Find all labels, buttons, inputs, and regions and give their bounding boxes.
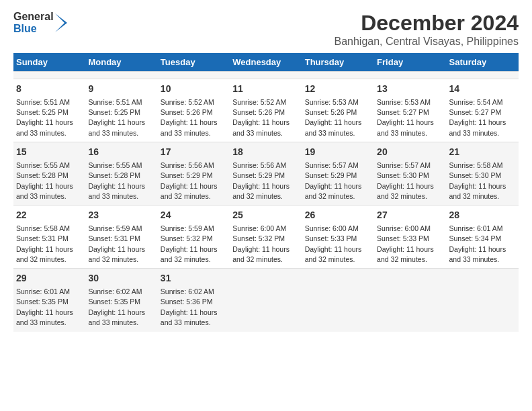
sunrise-info: Sunrise: 6:00 AMSunset: 5:33 PMDaylight:… xyxy=(305,224,362,263)
calendar-cell: 31Sunrise: 6:02 AMSunset: 5:36 PMDayligh… xyxy=(158,269,230,332)
sunrise-info: Sunrise: 5:59 AMSunset: 5:32 PMDaylight:… xyxy=(161,224,218,263)
calendar-cell: 12Sunrise: 5:53 AMSunset: 5:26 PMDayligh… xyxy=(302,79,374,142)
header-friday: Friday xyxy=(374,53,446,72)
calendar-cell: 26Sunrise: 6:00 AMSunset: 5:33 PMDayligh… xyxy=(302,205,374,269)
calendar-body: 8Sunrise: 5:51 AMSunset: 5:25 PMDaylight… xyxy=(13,72,519,332)
calendar-cell: 19Sunrise: 5:57 AMSunset: 5:29 PMDayligh… xyxy=(302,142,374,205)
day-number: 12 xyxy=(305,83,371,96)
sunrise-info: Sunrise: 6:00 AMSunset: 5:32 PMDaylight:… xyxy=(232,224,290,263)
header-monday: Monday xyxy=(85,53,157,72)
calendar-cell: 27Sunrise: 6:00 AMSunset: 5:33 PMDayligh… xyxy=(374,205,446,269)
sunrise-info: Sunrise: 6:01 AMSunset: 5:35 PMDaylight:… xyxy=(16,287,73,326)
calendar-cell xyxy=(230,72,302,79)
calendar-cell: 24Sunrise: 5:59 AMSunset: 5:32 PMDayligh… xyxy=(158,205,230,269)
calendar-cell xyxy=(158,72,230,79)
calendar-cell: 11Sunrise: 5:52 AMSunset: 5:26 PMDayligh… xyxy=(230,79,302,142)
calendar-header: SundayMondayTuesdayWednesdayThursdayFrid… xyxy=(13,53,519,72)
calendar-cell: 18Sunrise: 5:56 AMSunset: 5:29 PMDayligh… xyxy=(230,142,302,205)
calendar-cell xyxy=(13,72,85,79)
header-tuesday: Tuesday xyxy=(158,53,230,72)
calendar-cell: 15Sunrise: 5:55 AMSunset: 5:28 PMDayligh… xyxy=(13,142,85,205)
calendar-cell: 9Sunrise: 5:51 AMSunset: 5:25 PMDaylight… xyxy=(85,79,157,142)
sunrise-info: Sunrise: 5:57 AMSunset: 5:30 PMDaylight:… xyxy=(377,161,434,200)
calendar-week-4: 22Sunrise: 5:58 AMSunset: 5:31 PMDayligh… xyxy=(13,205,519,269)
calendar-week-1 xyxy=(13,72,519,79)
header-wednesday: Wednesday xyxy=(230,53,302,72)
day-number: 31 xyxy=(161,272,227,285)
day-number: 9 xyxy=(88,83,154,96)
day-number: 22 xyxy=(16,209,83,222)
day-number: 28 xyxy=(449,209,516,222)
day-number: 26 xyxy=(305,209,371,222)
sunrise-info: Sunrise: 5:51 AMSunset: 5:25 PMDaylight:… xyxy=(88,98,145,137)
day-number: 30 xyxy=(88,272,154,285)
calendar-cell: 23Sunrise: 5:59 AMSunset: 5:31 PMDayligh… xyxy=(85,205,157,269)
header-saturday: Saturday xyxy=(447,53,519,72)
sunrise-info: Sunrise: 5:53 AMSunset: 5:26 PMDaylight:… xyxy=(305,98,362,137)
calendar-cell xyxy=(447,269,519,332)
calendar-cell xyxy=(374,269,446,332)
day-number: 27 xyxy=(377,209,443,222)
sunrise-info: Sunrise: 5:53 AMSunset: 5:27 PMDaylight:… xyxy=(377,98,434,137)
calendar-cell: 21Sunrise: 5:58 AMSunset: 5:30 PMDayligh… xyxy=(447,142,519,205)
calendar-cell: 17Sunrise: 5:56 AMSunset: 5:29 PMDayligh… xyxy=(158,142,230,205)
calendar-cell: 8Sunrise: 5:51 AMSunset: 5:25 PMDaylight… xyxy=(13,79,85,142)
day-number: 17 xyxy=(161,146,227,159)
calendar-cell: 30Sunrise: 6:02 AMSunset: 5:35 PMDayligh… xyxy=(85,269,157,332)
calendar-week-3: 15Sunrise: 5:55 AMSunset: 5:28 PMDayligh… xyxy=(13,142,519,205)
sunrise-info: Sunrise: 5:58 AMSunset: 5:31 PMDaylight:… xyxy=(16,224,73,263)
sunrise-info: Sunrise: 5:56 AMSunset: 5:29 PMDaylight:… xyxy=(161,161,218,200)
calendar-cell: 25Sunrise: 6:00 AMSunset: 5:32 PMDayligh… xyxy=(230,205,302,269)
page-header: General Blue December 2024 Banhigan, Cen… xyxy=(13,11,519,48)
day-number: 19 xyxy=(305,146,371,159)
calendar-cell xyxy=(85,72,157,79)
calendar-cell xyxy=(230,269,302,332)
logo-arrow-icon xyxy=(55,13,70,32)
sunrise-info: Sunrise: 5:57 AMSunset: 5:29 PMDaylight:… xyxy=(305,161,362,200)
day-number: 20 xyxy=(377,146,443,159)
header-sunday: Sunday xyxy=(13,53,85,72)
day-number: 8 xyxy=(16,83,83,96)
sunrise-info: Sunrise: 5:52 AMSunset: 5:26 PMDaylight:… xyxy=(161,98,218,137)
calendar-cell: 20Sunrise: 5:57 AMSunset: 5:30 PMDayligh… xyxy=(374,142,446,205)
day-number: 14 xyxy=(449,83,516,96)
month-title: December 2024 xyxy=(334,11,519,36)
day-number: 23 xyxy=(88,209,154,222)
day-number: 18 xyxy=(232,146,299,159)
sunrise-info: Sunrise: 6:02 AMSunset: 5:36 PMDaylight:… xyxy=(161,287,218,326)
day-number: 16 xyxy=(88,146,154,159)
sunrise-info: Sunrise: 6:01 AMSunset: 5:34 PMDaylight:… xyxy=(449,224,506,263)
sunrise-info: Sunrise: 5:55 AMSunset: 5:28 PMDaylight:… xyxy=(16,161,73,200)
calendar-cell: 14Sunrise: 5:54 AMSunset: 5:27 PMDayligh… xyxy=(447,79,519,142)
day-number: 29 xyxy=(16,272,83,285)
day-number: 15 xyxy=(16,146,83,159)
calendar-week-5: 29Sunrise: 6:01 AMSunset: 5:35 PMDayligh… xyxy=(13,269,519,332)
sunrise-info: Sunrise: 5:58 AMSunset: 5:30 PMDaylight:… xyxy=(449,161,506,200)
sunrise-info: Sunrise: 6:02 AMSunset: 5:35 PMDaylight:… xyxy=(88,287,145,326)
calendar-cell: 29Sunrise: 6:01 AMSunset: 5:35 PMDayligh… xyxy=(13,269,85,332)
sunrise-info: Sunrise: 5:52 AMSunset: 5:26 PMDaylight:… xyxy=(232,98,290,137)
location-title: Banhigan, Central Visayas, Philippines xyxy=(334,36,519,48)
logo: General Blue xyxy=(13,11,70,34)
calendar-cell: 13Sunrise: 5:53 AMSunset: 5:27 PMDayligh… xyxy=(374,79,446,142)
sunrise-info: Sunrise: 5:59 AMSunset: 5:31 PMDaylight:… xyxy=(88,224,145,263)
sunrise-info: Sunrise: 5:51 AMSunset: 5:25 PMDaylight:… xyxy=(16,98,73,137)
calendar-cell xyxy=(302,269,374,332)
sunrise-info: Sunrise: 6:00 AMSunset: 5:33 PMDaylight:… xyxy=(377,224,434,263)
calendar-cell: 16Sunrise: 5:55 AMSunset: 5:28 PMDayligh… xyxy=(85,142,157,205)
calendar-cell: 22Sunrise: 5:58 AMSunset: 5:31 PMDayligh… xyxy=(13,205,85,269)
calendar-cell xyxy=(447,72,519,79)
day-number: 11 xyxy=(232,83,299,96)
svg-marker-0 xyxy=(55,13,67,32)
day-number: 13 xyxy=(377,83,443,96)
sunrise-info: Sunrise: 5:55 AMSunset: 5:28 PMDaylight:… xyxy=(88,161,145,200)
sunrise-info: Sunrise: 5:56 AMSunset: 5:29 PMDaylight:… xyxy=(232,161,290,200)
calendar-week-2: 8Sunrise: 5:51 AMSunset: 5:25 PMDaylight… xyxy=(13,79,519,142)
calendar-cell xyxy=(302,72,374,79)
day-number: 21 xyxy=(449,146,516,159)
day-number: 25 xyxy=(232,209,299,222)
calendar-cell: 10Sunrise: 5:52 AMSunset: 5:26 PMDayligh… xyxy=(158,79,230,142)
header-thursday: Thursday xyxy=(302,53,374,72)
day-number: 24 xyxy=(161,209,227,222)
day-number: 10 xyxy=(161,83,227,96)
